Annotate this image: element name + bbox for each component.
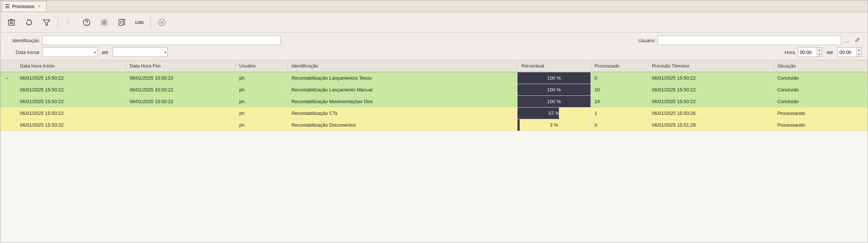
usuario-label: Usuário	[622, 38, 655, 43]
tab-bar: ☰ Processos ×	[0, 0, 868, 12]
cell-previsao: 06/01/2025 15:50:26	[648, 107, 774, 119]
progress-text: 57 %	[517, 110, 590, 116]
cell-usuario: ph	[235, 84, 287, 95]
cell-percentual: 100 %	[517, 84, 591, 95]
hora-fim-wrapper: ▲ ▼	[838, 47, 862, 57]
table-row[interactable]: 06/01/2025 15:50:22phRecontabilização Do…	[0, 119, 868, 131]
cell-previsao: 06/01/2025 15:50:22	[648, 84, 774, 95]
tab-processos-icon: ☰	[5, 3, 10, 9]
cell-percentual: 100 %	[517, 95, 591, 107]
cell-previsao: 06/01/2025 15:50:22	[648, 95, 774, 107]
usuario-input[interactable]	[658, 36, 841, 45]
cell-usuario: ph	[235, 107, 287, 119]
hora-inicio-up[interactable]: ▲	[817, 48, 822, 52]
cell-inicio: 06/01/2025 15:50:22	[16, 107, 126, 119]
cell-fim: 06/01/2025 15:50:22	[126, 84, 236, 95]
cell-fim	[126, 119, 236, 131]
hora-fim-input[interactable]	[838, 49, 856, 56]
back-button[interactable]	[61, 14, 77, 30]
col-header-processado: Processado	[591, 60, 648, 72]
cell-percentual: 57 %	[517, 107, 591, 119]
help-button[interactable]	[79, 14, 95, 30]
col-header-usuario: Usuário	[235, 60, 287, 72]
cell-usuario: ph	[235, 119, 287, 131]
col-header-arrow	[0, 60, 16, 72]
usuario-more-button[interactable]: …	[843, 36, 851, 44]
filter-row-2: Data Inicial até Hora ▲ ▼	[6, 47, 862, 57]
filter-row-1: Identificação Usuário …	[6, 36, 862, 45]
svg-marker-5	[43, 20, 50, 25]
cell-usuario: ph	[235, 72, 287, 84]
progress-text: 100 %	[517, 87, 590, 93]
hora-inicio-down[interactable]: ▼	[817, 52, 822, 57]
usuario-edit-button[interactable]	[853, 36, 862, 45]
svg-point-6	[83, 19, 90, 26]
cell-previsao: 06/01/2025 15:50:22	[648, 72, 774, 84]
tab-processos-label: Processos	[12, 4, 34, 9]
cell-fim: 06/01/2025 15:50:22	[126, 72, 236, 84]
processes-table: Data Hora Início Data Hora Fim Usuário I…	[0, 60, 868, 131]
hora-fim-down[interactable]: ▼	[857, 52, 861, 57]
data-final-select[interactable]	[113, 47, 168, 57]
col-header-identificacao: Identificação	[288, 60, 517, 72]
refresh-button[interactable]	[21, 14, 37, 30]
filter-button[interactable]	[39, 14, 55, 30]
cell-arrow	[0, 84, 16, 95]
identificacao-input[interactable]	[42, 36, 281, 45]
cell-inicio: 06/01/2025 15:50:22	[16, 72, 126, 84]
close-button[interactable]	[154, 14, 170, 30]
log-button[interactable]: LOG	[131, 14, 148, 30]
table-row[interactable]: →06/01/2025 15:50:2206/01/2025 15:50:22p…	[0, 72, 868, 84]
cell-percentual: 100 %	[517, 72, 591, 84]
delete-button[interactable]	[3, 14, 19, 30]
cell-fim: 06/01/2025 15:50:22	[126, 95, 236, 107]
cell-processado: 14	[591, 95, 648, 107]
hora-inicio-spinner: ▲ ▼	[817, 48, 822, 57]
table-row[interactable]: 06/01/2025 15:50:2206/01/2025 15:50:22ph…	[0, 95, 868, 107]
table-row[interactable]: 06/01/2025 15:50:22phRecontabilização CT…	[0, 107, 868, 119]
progress-text: 3 %	[517, 122, 590, 128]
cell-previsao: 06/01/2025 15:51:29	[648, 119, 774, 131]
cell-identificacao: Recontabilização Movimentações Dire	[288, 95, 517, 107]
cell-inicio: 06/01/2025 15:50:22	[16, 95, 126, 107]
cell-situacao: Processando	[773, 107, 867, 119]
hora-fim-spinner: ▲ ▼	[856, 48, 861, 57]
cell-percentual: 3 %	[517, 119, 591, 131]
hora-label: Hora	[780, 50, 795, 55]
cell-arrow	[0, 107, 16, 119]
data-final-wrapper	[113, 47, 168, 57]
main-window: ☰ Processos ×	[0, 0, 868, 243]
identificacao-label: Identificação	[6, 38, 39, 43]
cell-identificacao: Recontabilização Lançamento Manual	[288, 84, 517, 95]
progress-text: 100 %	[517, 99, 590, 104]
data-inicial-select[interactable]	[42, 47, 97, 57]
hora-inicio-input[interactable]	[798, 49, 817, 56]
cell-identificacao: Recontabilização CTs	[288, 107, 517, 119]
table-area: Data Hora Início Data Hora Fim Usuário I…	[0, 60, 868, 243]
cell-inicio: 06/01/2025 15:50:22	[16, 119, 126, 131]
hora-fim-up[interactable]: ▲	[857, 48, 861, 52]
tab-processos[interactable]: ☰ Processos ×	[2, 1, 47, 11]
export-button[interactable]	[114, 14, 130, 30]
cell-processado: 0	[591, 119, 648, 131]
settings-button[interactable]	[96, 14, 112, 30]
tab-close-button[interactable]: ×	[37, 4, 42, 9]
usuario-input-wrapper: …	[658, 36, 862, 45]
cell-processado: 1	[591, 107, 648, 119]
ate-label: até	[100, 50, 110, 55]
col-header-fim: Data Hora Fim	[126, 60, 236, 72]
svg-point-7	[86, 24, 87, 25]
col-header-percentual: Percentual	[517, 60, 591, 72]
cell-processado: 10	[591, 84, 648, 95]
table-header: Data Hora Início Data Hora Fim Usuário I…	[0, 60, 868, 72]
ate2-label: até	[825, 50, 835, 55]
toolbar-sep-2	[150, 16, 151, 29]
filter-area: Identificação Usuário … Dat	[0, 33, 868, 60]
hora-inicio-wrapper: ▲ ▼	[798, 47, 822, 57]
usuario-extras: …	[843, 36, 862, 45]
table-row[interactable]: 06/01/2025 15:50:2206/01/2025 15:50:22ph…	[0, 84, 868, 95]
cell-fim	[126, 107, 236, 119]
table-body: →06/01/2025 15:50:2206/01/2025 15:50:22p…	[0, 72, 868, 131]
cell-usuario: ph	[235, 95, 287, 107]
toolbar: LOG	[0, 12, 868, 33]
